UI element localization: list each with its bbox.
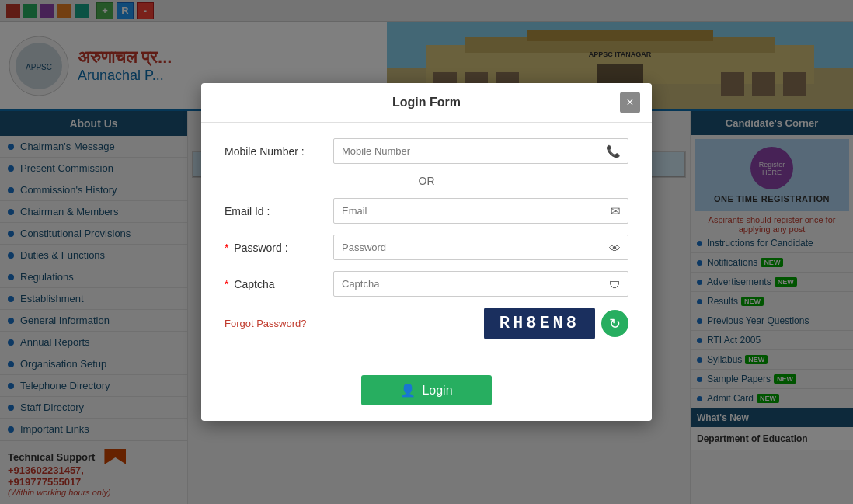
modal-title: Login Form [233,96,620,109]
email-icon: ✉ [611,204,621,218]
modal-body: Mobile Number : 📞 OR Email Id : ✉ * [201,123,652,367]
captcha-input-wrap: 🛡 [333,271,628,297]
phone-icon: 📞 [606,144,621,158]
captcha-input[interactable] [333,271,628,297]
forgot-password-link[interactable]: Forgot Password? [225,318,307,329]
login-button[interactable]: 👤 Login [361,375,491,405]
eye-icon[interactable]: 👁 [609,241,621,254]
login-icon: 👤 [400,383,416,398]
email-input[interactable] [333,198,628,224]
captcha-label-text: Captcha [234,278,274,290]
mobile-number-input[interactable] [333,138,628,164]
password-input[interactable] [333,235,628,260]
password-input-wrap: 👁 [333,235,628,260]
captcha-row: * Captcha 🛡 [225,271,628,297]
email-row: Email Id : ✉ [225,198,628,224]
required-asterisk: * [225,242,228,254]
required-asterisk: * [225,278,228,290]
email-input-wrap: ✉ [333,198,628,224]
captcha-refresh-button[interactable]: ↻ [601,310,628,337]
or-divider: OR [225,175,628,187]
mobile-input-wrap: 📞 [333,138,628,164]
captcha-image: RH8EN8 [484,308,595,339]
modal-overlay[interactable]: Login Form × Mobile Number : 📞 OR Email … [0,0,853,504]
modal-header: Login Form × [201,83,652,123]
mobile-number-row: Mobile Number : 📞 [225,138,628,164]
password-label-text: Password : [234,242,287,254]
login-button-label: Login [422,384,452,398]
forgot-captcha-row: Forgot Password? RH8EN8 ↻ [225,308,628,339]
email-label: Email Id : [225,205,333,217]
shield-icon: 🛡 [609,277,621,290]
password-row: * Password : 👁 [225,235,628,260]
login-modal: Login Form × Mobile Number : 📞 OR Email … [201,83,652,421]
mobile-number-label: Mobile Number : [225,145,333,158]
captcha-label: * Captcha [225,278,333,290]
modal-close-button[interactable]: × [620,92,640,113]
modal-footer: 👤 Login [201,367,652,421]
password-label: * Password : [225,242,333,254]
